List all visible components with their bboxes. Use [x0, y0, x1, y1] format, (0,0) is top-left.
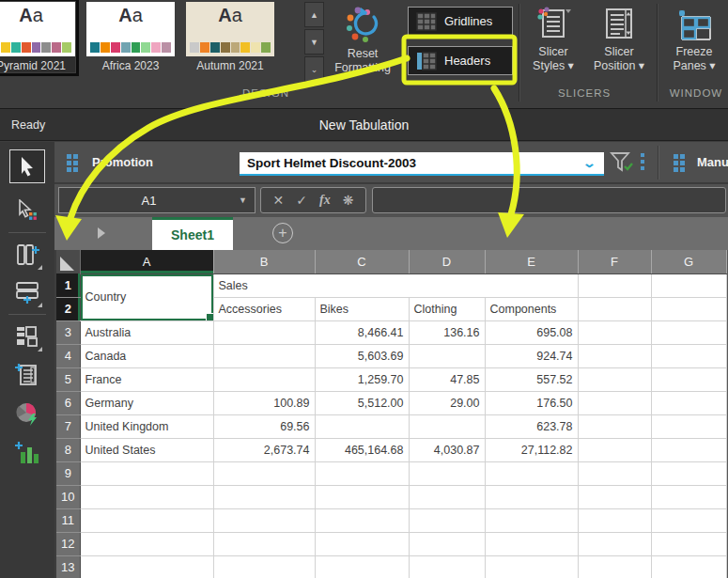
cell[interactable] — [578, 297, 651, 320]
row-header-8[interactable]: 8 — [56, 438, 80, 461]
insert-row-button[interactable] — [11, 276, 43, 308]
cell[interactable] — [578, 344, 651, 367]
gallery-scroll-down-icon[interactable]: ▼ — [304, 29, 324, 55]
cell[interactable]: Accessories — [213, 297, 315, 320]
cell[interactable] — [578, 508, 651, 532]
cell[interactable]: 136.16 — [409, 320, 485, 344]
filter-applied-icon[interactable] — [609, 150, 635, 175]
row-header-12[interactable]: 12 — [56, 532, 80, 555]
theme-card-autumn-2021[interactable]: AaAutumn 2021 — [186, 2, 274, 72]
cell[interactable] — [80, 555, 213, 578]
theme-card-pyramid-2021[interactable]: AaPyramid 2021 — [0, 2, 75, 72]
multi-select-tool-button[interactable] — [11, 195, 43, 227]
name-box[interactable]: A1 ▼ — [58, 187, 256, 213]
cell[interactable] — [315, 555, 409, 578]
cell[interactable]: 695.08 — [485, 320, 578, 344]
cell[interactable] — [213, 344, 315, 367]
cell[interactable]: 29.00 — [409, 391, 485, 414]
cell[interactable]: 47.85 — [409, 367, 485, 391]
cell[interactable] — [315, 414, 409, 438]
cell[interactable]: 557.52 — [485, 367, 578, 391]
cell[interactable]: 4,030.87 — [409, 438, 485, 461]
cell[interactable] — [578, 367, 651, 391]
theme-card-africa-2023[interactable]: AaAfrica 2023 — [86, 2, 175, 72]
row-header-4[interactable]: 4 — [56, 344, 80, 367]
column-header-A[interactable]: A — [80, 250, 213, 273]
cell[interactable] — [651, 508, 726, 532]
column-header-C[interactable]: C — [315, 250, 409, 273]
enter-icon[interactable]: ✓ — [296, 193, 307, 208]
cell[interactable] — [315, 461, 409, 485]
cell[interactable]: 5,512.00 — [315, 391, 409, 414]
cell[interactable]: 69.56 — [213, 414, 315, 438]
cell[interactable]: 465,164.68 — [315, 438, 409, 461]
cell[interactable] — [651, 555, 726, 578]
cell[interactable] — [651, 414, 726, 438]
cell[interactable] — [651, 367, 726, 391]
cell[interactable] — [651, 485, 726, 508]
cell[interactable] — [485, 555, 578, 578]
add-slicer-button[interactable] — [11, 358, 43, 390]
gridlines-toggle-button[interactable]: Gridlines — [408, 7, 513, 36]
cell[interactable] — [409, 461, 485, 485]
cell[interactable]: 924.74 — [485, 344, 578, 367]
cell[interactable]: 176.50 — [485, 391, 578, 414]
cell[interactable] — [80, 508, 213, 532]
cell[interactable]: Canada — [80, 344, 213, 367]
row-header-3[interactable]: 3 — [56, 320, 80, 344]
cell[interactable]: 100.89 — [213, 391, 315, 414]
cell[interactable]: 8,466.41 — [315, 320, 409, 344]
slicer-position-button[interactable]: Slicer Position ▾ — [588, 4, 650, 73]
row-header-1[interactable]: 1 — [56, 273, 80, 297]
cell[interactable] — [651, 320, 726, 344]
cell[interactable] — [213, 367, 315, 391]
cell[interactable]: 5,603.69 — [315, 344, 409, 367]
cell[interactable] — [485, 508, 578, 532]
row-header-7[interactable]: 7 — [56, 414, 80, 438]
name-box-dropdown-icon[interactable]: ▼ — [239, 195, 247, 205]
cell[interactable] — [651, 391, 726, 414]
cell[interactable] — [80, 485, 213, 508]
cell[interactable]: Germany — [80, 391, 213, 414]
cell[interactable] — [213, 320, 315, 344]
cell[interactable]: Bikes — [315, 297, 409, 320]
cell[interactable] — [578, 485, 651, 508]
add-chart-button[interactable] — [11, 437, 43, 469]
cell[interactable]: 1,259.70 — [315, 367, 409, 391]
cell[interactable] — [315, 532, 409, 555]
cell[interactable] — [651, 273, 726, 297]
cell[interactable]: 2,673.74 — [213, 438, 315, 461]
insert-column-button[interactable] — [11, 239, 43, 271]
cell[interactable]: United Kingdom — [80, 414, 213, 438]
cell[interactable] — [485, 485, 578, 508]
row-header-13[interactable]: 13 — [56, 555, 80, 578]
cell[interactable] — [409, 344, 485, 367]
cell[interactable] — [80, 532, 213, 555]
cell[interactable] — [213, 555, 315, 578]
row-header-6[interactable]: 6 — [56, 391, 80, 414]
layout-blocks-button[interactable] — [11, 320, 43, 352]
cell[interactable] — [651, 532, 726, 555]
cell[interactable]: 27,112.82 — [485, 438, 578, 461]
gallery-expand-icon[interactable]: ⌄ — [304, 56, 324, 82]
cell[interactable] — [485, 532, 578, 555]
cell[interactable]: Australia — [80, 320, 213, 344]
cell[interactable] — [485, 461, 578, 485]
row-header-10[interactable]: 10 — [56, 485, 80, 508]
cell[interactable] — [409, 532, 485, 555]
column-header-B[interactable]: B — [213, 250, 315, 273]
cell[interactable] — [651, 344, 726, 367]
reset-formatting-button[interactable]: Reset Formatting — [329, 4, 396, 75]
cell[interactable] — [213, 532, 315, 555]
cell[interactable]: 623.78 — [485, 414, 578, 438]
cell[interactable] — [578, 414, 651, 438]
gallery-scroll-up-icon[interactable]: ▲ — [304, 2, 324, 27]
drag-handle-icon[interactable] — [674, 154, 685, 172]
cell[interactable] — [578, 532, 651, 555]
promotion-filter-combobox[interactable]: Sport Helmet Discount-2003 ⌄ — [240, 152, 604, 176]
cell[interactable] — [578, 320, 651, 344]
freeze-panes-button[interactable]: Freeze Panes ▾ — [665, 4, 723, 73]
select-tool-button[interactable] — [9, 149, 45, 183]
cell[interactable]: Components — [485, 297, 578, 320]
add-sheet-button[interactable]: + — [272, 223, 293, 243]
